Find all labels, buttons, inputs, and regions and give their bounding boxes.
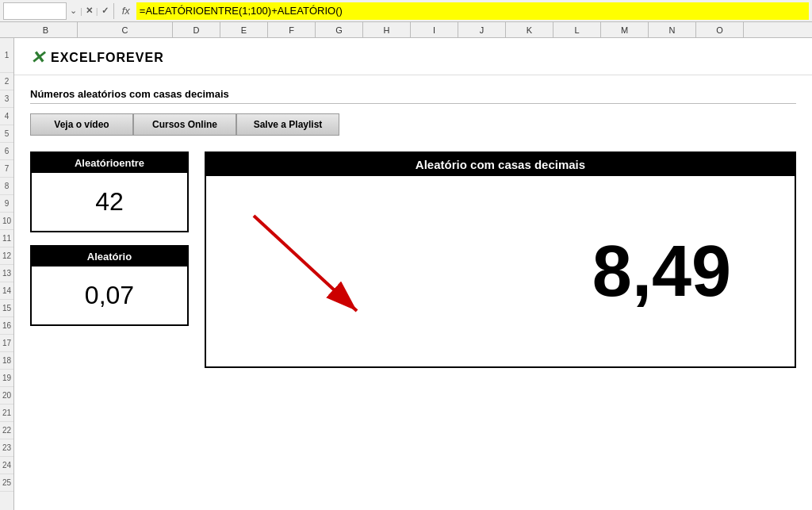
- row-num-10: 10: [0, 213, 13, 230]
- col-header-i[interactable]: I: [411, 22, 458, 37]
- fx-separator: [113, 3, 114, 19]
- red-arrow-icon: [230, 192, 389, 335]
- col-header-d[interactable]: D: [173, 22, 220, 37]
- col-header-f[interactable]: F: [268, 22, 316, 37]
- row-num-17: 17: [0, 335, 13, 352]
- formula-input[interactable]: =ALEATÓRIOENTRE(1;100)+ALEATÓRIO(): [136, 2, 809, 20]
- aleatorio-card: Aleatório 0,07: [30, 245, 189, 326]
- big-card: Aleatório com casas decimais 8,49: [205, 151, 796, 368]
- aleatorio-entre-card: Aleatórioentre 42: [30, 151, 189, 232]
- big-card-header: Aleatório com casas decimais: [206, 153, 795, 176]
- row-num-14: 14: [0, 282, 13, 300]
- aleatorio-card-value: 0,07: [32, 267, 187, 324]
- col-header-j[interactable]: J: [458, 22, 506, 37]
- col-header-n[interactable]: N: [649, 22, 696, 37]
- row-num-24: 24: [0, 457, 13, 474]
- excel-x-icon: ✕: [30, 48, 44, 68]
- row-num-6: 6: [0, 143, 13, 160]
- cursos-online-button[interactable]: Cursos Online: [133, 113, 236, 136]
- row-num-9: 9: [0, 195, 13, 213]
- aleatorio-entre-card-header: Aleatórioentre: [32, 153, 187, 173]
- col-header-c[interactable]: C: [78, 22, 173, 37]
- aleatorio-card-header: Aleatório: [32, 247, 187, 267]
- row-num-1: 1: [0, 38, 13, 73]
- section-title: Números aleatórios com casas decimais: [14, 75, 812, 103]
- brand-name: EXCELFOREVER: [51, 51, 164, 65]
- fx-label: fx: [119, 5, 133, 17]
- row-num-3: 3: [0, 90, 13, 108]
- formula-bar-controls: ⌄ | ✕ | ✓: [70, 6, 109, 16]
- row-num-22: 22: [0, 422, 13, 439]
- col-header-k[interactable]: K: [506, 22, 553, 37]
- col-header-e[interactable]: E: [220, 22, 268, 37]
- formula-bar: ⌄ | ✕ | ✓ fx =ALEATÓRIOENTRE(1;100)+ALEA…: [0, 0, 812, 22]
- row-num-11: 11: [0, 230, 13, 247]
- cancel-icon[interactable]: ✕: [86, 6, 93, 16]
- row-num-18: 18: [0, 352, 13, 370]
- col-header-b[interactable]: B: [14, 22, 78, 37]
- big-card-value: 8,49: [592, 236, 731, 307]
- row-num-13: 13: [0, 265, 13, 282]
- row-num-19: 19: [0, 370, 13, 387]
- sheet-area: 1 2 3 4 5 6 7 8 9 10 11 12 13 14 15 16 1…: [0, 38, 812, 510]
- button-row: Veja o vídeo Cursos Online Salve a Playl…: [14, 113, 812, 136]
- col-header-l[interactable]: L: [553, 22, 601, 37]
- salve-playlist-button[interactable]: Salve a Playlist: [236, 113, 339, 136]
- logo-bar: ✕ EXCELFOREVER: [14, 38, 812, 75]
- col-header-g[interactable]: G: [316, 22, 363, 37]
- svg-line-1: [254, 216, 357, 311]
- col-header-o[interactable]: O: [696, 22, 744, 37]
- aleatorio-entre-card-value: 42: [32, 173, 187, 231]
- left-cards: Aleatórioentre 42 Aleatório 0,07: [30, 151, 189, 368]
- row-num-5: 5: [0, 125, 13, 143]
- name-box[interactable]: [3, 2, 67, 20]
- confirm-icon[interactable]: ✓: [102, 6, 109, 16]
- row-num-16: 16: [0, 317, 13, 335]
- big-card-body: 8,49: [206, 176, 795, 366]
- row-num-20: 20: [0, 387, 13, 405]
- row-num-23: 23: [0, 439, 13, 457]
- section-divider: [30, 103, 796, 104]
- veja-video-button[interactable]: Veja o vídeo: [30, 113, 133, 136]
- row-numbers: 1 2 3 4 5 6 7 8 9 10 11 12 13 14 15 16 1…: [0, 38, 14, 510]
- dropdown-arrow-icon[interactable]: ⌄: [70, 6, 77, 16]
- row-num-8: 8: [0, 178, 13, 195]
- cards-area: Aleatórioentre 42 Aleatório 0,07 Aleatór…: [14, 151, 812, 368]
- col-header-h[interactable]: H: [363, 22, 411, 37]
- row-num-21: 21: [0, 405, 13, 422]
- row-num-25: 25: [0, 474, 13, 492]
- row-num-12: 12: [0, 247, 13, 265]
- col-header-m[interactable]: M: [601, 22, 649, 37]
- row-num-2: 2: [0, 73, 13, 90]
- row-num-15: 15: [0, 300, 13, 317]
- row-num-7: 7: [0, 160, 13, 178]
- row-num-4: 4: [0, 108, 13, 125]
- column-headers: B C D E F G H I J K L M N O: [0, 22, 812, 38]
- sheet-content: ✕ EXCELFOREVER Números aleatórios com ca…: [14, 38, 812, 510]
